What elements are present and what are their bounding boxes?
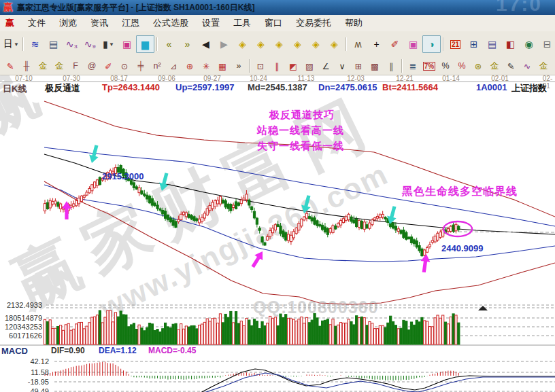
menu-item-settings[interactable]: 设置 [195,16,226,31]
macd-axis-tick-3: -18.95 [0,378,49,386]
toolbar-gann-tools: ✎╫金金F@✐⊙╪n²⊿⊕✳▦»⊡∥◩▨∠∨⊞▩∥≣7%%%⊛金✎∿金∠ [0,57,555,75]
channel-md-value: Md=2545.1387 [248,82,307,92]
buy-signal-arrow [249,249,267,269]
goto-first-button[interactable]: « [160,35,178,53]
marker-pencil-tool-icon[interactable]: ✐ [100,58,116,73]
net-disk-icon[interactable]: ◉ [520,35,538,53]
box-grid-tool-icon[interactable]: ⊡ [252,58,269,73]
date-tick: 02-01 [491,75,509,82]
menu-logo-icon: 赢 [5,17,14,29]
starburst-tool-icon[interactable]: ✳ [198,58,214,73]
fan-box2-tool-icon[interactable]: ▨ [301,58,318,73]
trade-transfer-icon[interactable]: ⊟ [538,35,555,53]
angle-lines-tool-icon[interactable]: ∠ [318,58,334,73]
angle-j-tool-icon[interactable]: ∠ [552,58,555,73]
macd-dif-value: DIF=0.90 [51,346,85,355]
pan-right-diamond-button[interactable]: ◈ [252,35,270,53]
scale-ruler-tool-icon[interactable]: ≣ [405,58,421,73]
notepad-icon[interactable]: ▤ [483,35,501,53]
menu-item-gann[interactable]: 江恩 [115,16,146,31]
fan-box-tool-icon[interactable]: ◩ [285,58,301,73]
color-kline-icon[interactable]: ▆ [136,35,154,53]
n-square-tool-icon[interactable]: n² [149,58,165,73]
compress-diamond-button[interactable]: ◈ [288,35,307,53]
more-tools-chevron[interactable]: » [231,58,247,73]
gann-grid-tool-icon[interactable]: ╫ [18,58,35,73]
dropdown-arrow-icon[interactable]: ▼ [109,41,114,48]
zoom-out-diamond-button[interactable]: ◈ [307,35,325,53]
wave-tool-icon[interactable]: ∿ [519,58,535,73]
calculator-icon[interactable]: ⊞ [465,35,483,53]
toolbar-separator [22,37,24,51]
candle-style-button[interactable]: ▮▼ [99,35,118,53]
crosshair-tool-button[interactable]: + [367,35,386,53]
price-axis-tick: 2132.4933 [0,301,42,309]
period-day-button[interactable]: 日▼ [2,35,20,53]
date-tick: 07-10 [15,75,33,82]
gold-bars-tool-icon[interactable]: 金 [486,58,503,73]
info-note-icon[interactable]: ▤ [44,35,63,53]
volume-axis-tick-1: 180514879 [0,314,42,322]
app-logo-icon: 赢 [3,1,13,14]
annotation-channel-tip-line1: 站稳一线看高一线 [257,124,344,137]
callout-tool-button[interactable]: ✐ [386,35,404,53]
red-grid-tool-icon[interactable]: ▦ [214,58,231,73]
gold-ratio-tool-2-icon[interactable]: 金 [51,58,67,73]
menu-item-file[interactable]: 文件 [21,16,52,31]
fibonacci-tool-icon[interactable]: F [67,58,84,73]
vee-tool-icon[interactable]: ∨ [334,58,350,73]
toolbar-separator [401,59,403,73]
dropdown-arrow-icon[interactable]: ▼ [14,41,19,48]
date-tick: 11-13 [298,75,315,82]
percent-tool-icon[interactable]: % [437,58,454,73]
step-forward-button[interactable]: ▶ [215,35,233,53]
gold-bars2-tool-icon[interactable]: 金 [535,58,552,73]
pink-pattern-icon[interactable]: ▣ [118,35,136,53]
macd-dea-value: DEA=1.12 [99,346,137,355]
fan-lines-tool-icon[interactable]: ∥ [269,58,285,73]
target-circle-tool-icon[interactable]: ⊕ [182,58,198,73]
cycle-tool-icon[interactable]: ◑ [422,35,441,53]
pan-left-diamond-button[interactable]: ◈ [233,35,252,53]
magenta-tool-icon[interactable]: ▣ [404,35,422,53]
toolbar-separator [249,59,250,73]
zigzag-overlay-icon[interactable]: ≋ [26,35,44,53]
date-tick: 01-14 [442,75,460,82]
grid-a-tool-icon[interactable]: ⊞ [350,58,367,73]
volume-axis-tick-3: 60171626 [0,332,42,340]
slash-tool-icon[interactable]: ∥ [383,58,399,73]
macd-axis-tick-1: 42.12 [0,357,49,366]
indicator-3-icon[interactable]: ∿₃ [63,35,81,53]
seven-percent-tool-icon[interactable]: 7% [421,58,437,73]
annotation-channel-tip-title: 极反通道技巧 [269,109,335,122]
menu-item-news[interactable]: 资讯 [84,16,115,31]
gold-ratio-tool-1-icon[interactable]: 金 [35,58,51,73]
red-pencil-tool-icon[interactable]: ✎ [2,58,18,73]
annotation-lifeline: 黑色生命线多空临界线 [402,185,518,199]
calendar-21-icon[interactable]: 21 [446,35,465,53]
menu-item-browse[interactable]: 浏览 [52,16,84,31]
spiral-tool-icon[interactable]: @ [84,58,100,73]
menu-item-tools[interactable]: 工具 [226,16,258,31]
menu-item-window[interactable]: 窗口 [258,16,289,31]
menu-item-help[interactable]: 帮助 [338,16,369,31]
goto-last-button[interactable]: » [178,35,197,53]
save-icon[interactable]: ◧ [501,35,520,53]
zoom-in-diamond-button[interactable]: ◈ [325,35,343,53]
gold-circle-tool-icon[interactable]: ⊛ [470,58,486,73]
hand-tool-button[interactable]: ʍ [349,35,367,53]
tick-ruler-tool-icon[interactable]: ╪ [133,58,149,73]
grid-b-tool-icon[interactable]: ▩ [367,58,383,73]
macd-axis-tick-4: -49.49 [0,387,49,392]
ink-pencil-tool-icon[interactable]: ✎ [503,58,519,73]
step-back-button[interactable]: ◀ [197,35,215,53]
title-bar: 赢 赢家江恩专业版[赢家服务平台] - [上证指数 SH1A0001-160日K… [0,0,555,15]
cycle-circle-tool-icon[interactable]: ⊙ [116,58,133,73]
menu-item-formula-stock[interactable]: 公式选股 [146,16,195,31]
percent-line-tool-icon[interactable]: % [454,58,470,73]
indicator-9-icon[interactable]: ∿₉ [81,35,99,53]
sail-tool-icon[interactable]: ⊿ [165,58,182,73]
expand-diamond-button[interactable]: ◈ [270,35,288,53]
menu-item-trade[interactable]: 交易委托 [289,16,338,31]
date-tick: 12-03 [347,75,365,82]
